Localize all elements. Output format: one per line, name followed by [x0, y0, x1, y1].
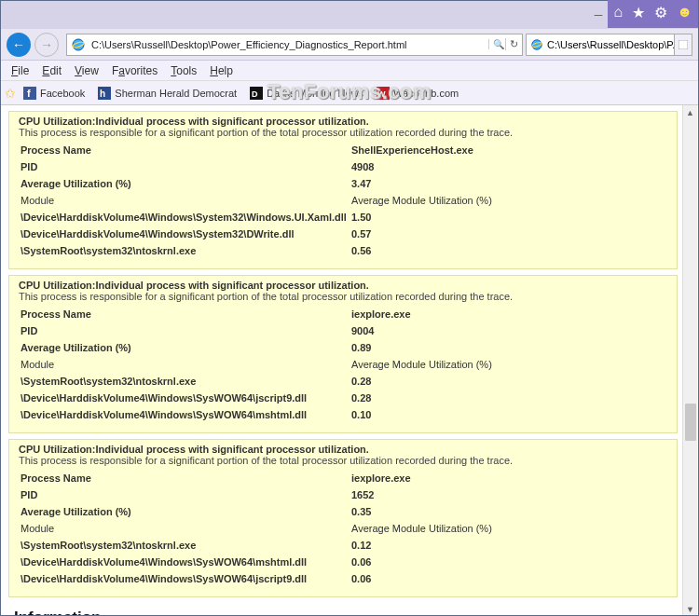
row-label: \Device\HarddiskVolume4\Windows\SysWOW64… [19, 406, 350, 423]
menu-edit[interactable]: Edit [35, 62, 68, 79]
row-value: 0.28 [350, 373, 667, 390]
table-row: \Device\HarddiskVolume4\Windows\System32… [19, 209, 667, 226]
table-row: Average Utilization (%)0.35 [19, 503, 667, 520]
fav-dallas[interactable]: DDallas Morning News [250, 87, 363, 100]
table-row: \Device\HarddiskVolume4\Windows\SysWOW64… [19, 570, 667, 587]
refresh-icon[interactable]: ↻ [505, 38, 522, 50]
row-label: \Device\HarddiskVolume4\Windows\SysWOW64… [19, 570, 350, 587]
address-input[interactable] [89, 37, 488, 52]
facebook-icon: f [23, 87, 36, 100]
ie-icon [71, 37, 86, 52]
fav-sherman[interactable]: hSherman Herald Democrat [98, 87, 237, 100]
forward-button[interactable]: → [34, 33, 59, 57]
scroll-thumb[interactable] [685, 404, 696, 441]
row-value: iexplore.exe [350, 470, 667, 486]
panel-title: CPU Utilization:Individual process with … [19, 444, 667, 455]
row-label: \SystemRoot\system32\ntoskrnl.exe [19, 242, 350, 259]
svg-text:h: h [100, 89, 105, 99]
row-value: ShellExperienceHost.exe [350, 142, 667, 158]
menu-help[interactable]: Help [203, 62, 240, 79]
tab-current[interactable]: C:\Users\Russell\Desktop\P... [526, 34, 675, 56]
row-label: Process Name [19, 142, 350, 158]
titlebar: ─ ☐ ✕ [1, 1, 698, 29]
row-label: Average Utilization (%) [19, 503, 350, 520]
table-row: \SystemRoot\system32\ntoskrnl.exe0.28 [19, 373, 667, 390]
row-value: 0.06 [350, 570, 667, 587]
table-row: \Device\HarddiskVolume4\Windows\SysWOW64… [19, 390, 667, 406]
row-value: 0.35 [350, 503, 667, 520]
scroll-down-icon[interactable]: ▼ [683, 602, 697, 616]
row-label: \Device\HarddiskVolume4\Windows\SysWOW64… [19, 554, 350, 570]
svg-text:W: W [377, 89, 386, 99]
row-label: Average Utilization (%) [19, 339, 350, 356]
table-row: ModuleAverage Module Utilization (%) [19, 192, 667, 209]
table-row: Process Nameiexplore.exe [19, 470, 667, 486]
table-row: Average Utilization (%)0.89 [19, 339, 667, 356]
row-value: 0.89 [350, 339, 667, 356]
menu-file[interactable]: File [5, 62, 35, 79]
table-row: \Device\HarddiskVolume4\Windows\SysWOW64… [19, 406, 667, 423]
panel-description: This process is responsible for a signif… [19, 291, 667, 302]
settings-gear-icon[interactable]: ⚙ [654, 4, 667, 21]
row-label: Process Name [19, 470, 350, 486]
tab-title: C:\Users\Russell\Desktop\P... [547, 39, 675, 50]
fav-waco[interactable]: WWacoTrib.com [377, 87, 459, 100]
section-heading: Information [14, 609, 676, 616]
table-row: ModuleAverage Module Utilization (%) [19, 520, 667, 537]
row-value: iexplore.exe [350, 306, 667, 322]
panel-description: This process is responsible for a signif… [19, 455, 667, 466]
menu-view[interactable]: View [68, 62, 105, 79]
panel-title: CPU Utilization:Individual process with … [19, 116, 667, 127]
back-button[interactable]: ← [7, 33, 31, 57]
favorites-star-icon[interactable]: ★ [632, 4, 645, 21]
table-row: \Device\HarddiskVolume4\Windows\SysWOW64… [19, 554, 667, 570]
menu-bar: File Edit View Favorites Tools Help [1, 61, 698, 81]
row-value: Average Module Utilization (%) [350, 356, 667, 373]
row-label: Module [19, 520, 350, 537]
row-value: 0.57 [350, 226, 667, 242]
row-label: \Device\HarddiskVolume4\Windows\SysWOW64… [19, 390, 350, 406]
table-row: PID1652 [19, 486, 667, 503]
favorites-add-icon[interactable]: ✩ [5, 86, 16, 101]
scrollbar[interactable]: ▲ ▼ [682, 105, 697, 616]
process-table: Process NameShellExperienceHost.exePID49… [19, 142, 667, 259]
row-label: \SystemRoot\system32\ntoskrnl.exe [19, 373, 350, 390]
table-row: PID4908 [19, 158, 667, 175]
address-bar: 🔍 ↻ [66, 34, 523, 56]
blank-tab-icon [678, 40, 688, 49]
scroll-up-icon[interactable]: ▲ [683, 105, 697, 120]
row-value: 1652 [350, 486, 667, 503]
table-row: Process NameShellExperienceHost.exe [19, 142, 667, 158]
menu-favorites[interactable]: Favorites [105, 62, 164, 79]
row-label: PID [19, 158, 350, 175]
navbar: ← → 🔍 ↻ C:\Users\Russell\Desktop\P... [1, 29, 698, 61]
home-icon[interactable]: ⌂ [613, 4, 623, 21]
row-label: \Device\HarddiskVolume4\Windows\System32… [19, 209, 350, 226]
search-icon[interactable]: 🔍 [488, 39, 505, 49]
favorites-bar: ✩ fFacebook hSherman Herald Democrat DDa… [1, 81, 698, 105]
fav-facebook[interactable]: fFacebook [23, 87, 85, 100]
toolbar-right: ⌂ ★ ⚙ ☻ [608, 0, 698, 28]
svg-text:D: D [252, 89, 258, 99]
svg-text:f: f [27, 88, 31, 99]
dallas-icon: D [250, 87, 263, 100]
row-label: Average Utilization (%) [19, 175, 350, 192]
row-value: 0.06 [350, 554, 667, 570]
row-value: 0.12 [350, 537, 667, 554]
menu-tools[interactable]: Tools [164, 62, 203, 79]
content-area: CPU Utilization:Individual process with … [1, 105, 698, 616]
table-row: \Device\HarddiskVolume4\Windows\System32… [19, 226, 667, 242]
smiley-icon[interactable]: ☻ [677, 4, 692, 21]
row-label: \Device\HarddiskVolume4\Windows\System32… [19, 226, 350, 242]
row-value: 4908 [350, 158, 667, 175]
row-value: 1.50 [350, 209, 667, 226]
row-label: PID [19, 322, 350, 339]
table-row: \SystemRoot\system32\ntoskrnl.exe0.56 [19, 242, 667, 259]
panel-title: CPU Utilization:Individual process with … [19, 280, 667, 291]
row-value: Average Module Utilization (%) [350, 192, 667, 209]
row-value: 0.10 [350, 406, 667, 423]
herald-icon: h [98, 87, 111, 100]
new-tab-button[interactable] [674, 34, 692, 56]
row-label: PID [19, 486, 350, 503]
row-value: 3.47 [350, 175, 667, 192]
